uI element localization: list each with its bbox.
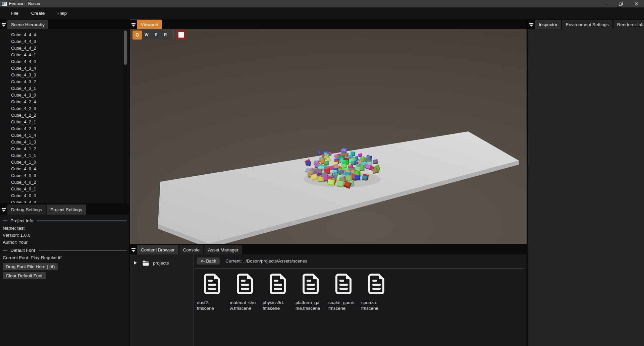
tab-viewport[interactable]: Viewport [137, 20, 162, 29]
menu-item-help[interactable]: Help [56, 10, 68, 16]
menu-item-create[interactable]: Create [30, 10, 46, 16]
tab-project-settings[interactable]: Project Settings [47, 205, 86, 215]
default-font-separator: Default Font [3, 246, 127, 254]
title-bar[interactable]: Fermion - Boson [0, 0, 644, 7]
settings-tabbar: Debug SettingsProject Settings [0, 203, 129, 215]
tab-renderer-info[interactable]: Renderer Info [613, 20, 644, 29]
expand-arrow-icon[interactable] [134, 261, 137, 265]
separator-dash [3, 250, 7, 251]
hierarchy-item[interactable]: Cube_4_4_3 [0, 38, 129, 45]
drag-font-button[interactable]: Drag Font File Here (.ttf) [3, 263, 58, 270]
hierarchy-item[interactable]: Cube_4_2_0 [0, 125, 129, 132]
inspector-collapse-button[interactable] [528, 20, 535, 29]
tree-item-projects[interactable]: projects [130, 259, 194, 267]
inspector-tabbar: InspectorEnvironment SettingsRenderer In… [528, 19, 644, 29]
restore-button[interactable] [613, 0, 629, 7]
hierarchy-item[interactable]: Cube_3_4_4 [0, 199, 129, 203]
gizmo-tool-strip: QWER [132, 31, 170, 40]
tab-debug-settings[interactable]: Debug Settings [7, 205, 46, 215]
minimize-button[interactable] [598, 0, 613, 7]
settings-collapse-button[interactable] [0, 205, 7, 215]
hierarchy-item[interactable]: Cube_4_2_2 [0, 112, 129, 119]
hierarchy-scrollbar[interactable] [123, 30, 127, 203]
project-info-title: Project Info [10, 218, 33, 223]
file-text-icon [367, 273, 385, 294]
hierarchy-item[interactable]: Cube_4_2_1 [0, 119, 129, 125]
gizmo-tool-r[interactable]: R [161, 31, 170, 40]
scene-hierarchy-tabbar: Scene Hierarchy [0, 19, 129, 29]
file-item-physics3d-fmscene[interactable]: physics3d.fmscene [263, 273, 292, 311]
hierarchy-item[interactable]: Cube_4_3_1 [0, 85, 129, 92]
hierarchy-item[interactable]: Cube_4_2_4 [0, 99, 129, 105]
clear-font-button[interactable]: Clear Default Font [3, 272, 46, 279]
tab-inspector[interactable]: Inspector [535, 20, 561, 29]
hierarchy-item[interactable]: Cube_4_0_4 [0, 166, 129, 172]
window-title: Fermion - Boson [9, 1, 40, 6]
hierarchy-item[interactable]: Cube_4_4_2 [0, 45, 129, 52]
hierarchy-item[interactable]: Cube_4_0_3 [0, 172, 129, 179]
file-item-material-show-fmscene[interactable]: material_show.fmscene [230, 273, 259, 311]
cube [372, 168, 378, 174]
file-label: material_show.fmscene [230, 300, 259, 311]
panel-splitter-right[interactable] [527, 19, 528, 346]
file-text-icon [203, 273, 221, 294]
play-state-button[interactable] [176, 30, 186, 40]
hierarchy-item[interactable]: Cube_4_1_4 [0, 132, 129, 139]
folder-icon [142, 260, 149, 266]
hierarchy-item[interactable]: Cube_4_3_3 [0, 72, 129, 78]
file-item-platform-game-fmscene[interactable]: platform_game.fmscene [296, 273, 325, 311]
tab-scene-hierarchy[interactable]: Scene Hierarchy [7, 20, 48, 29]
content-divider [195, 268, 524, 269]
application-window: Fermion - Boson FileCreateHelp [0, 0, 644, 346]
hierarchy-item[interactable]: Cube_4_1_0 [0, 159, 129, 166]
content-browser-collapse-button[interactable] [130, 245, 137, 254]
close-button[interactable] [629, 0, 644, 7]
hierarchy-item[interactable]: Cube_4_1_2 [0, 146, 129, 152]
file-item-sponza-fmscene[interactable]: sponza.fmscene [361, 273, 391, 311]
viewport-canvas[interactable]: QWER [130, 29, 527, 244]
hierarchy-item[interactable]: Cube_4_0_2 [0, 179, 129, 186]
panel-splitter-left[interactable] [129, 19, 130, 346]
viewport-tabbar: Viewport [130, 19, 527, 29]
hierarchy-item[interactable]: Cube_4_0_0 [0, 192, 129, 199]
hierarchy-item[interactable]: Cube_4_0_1 [0, 186, 129, 192]
file-text-icon [302, 273, 320, 294]
gizmo-tool-e[interactable]: E [151, 31, 161, 40]
viewport-focus-accent [130, 19, 161, 19]
hierarchy-scrollbar-thumb[interactable] [124, 31, 127, 65]
hierarchy-item[interactable]: Cube_4_3_4 [0, 65, 129, 72]
file-grid: dust2.fmscene material_show.fmscene phys… [197, 273, 394, 311]
gizmo-tool-w[interactable]: W [142, 31, 151, 40]
hierarchy-item[interactable]: Cube_4_1_1 [0, 152, 129, 159]
scene-hierarchy-collapse-button[interactable] [0, 20, 7, 29]
file-label: sponza.fmscene [361, 300, 391, 311]
cube [324, 161, 329, 165]
scene-hierarchy-panel: Scene Hierarchy Cube_4_4_4Cube_4_4_3Cube… [0, 19, 129, 346]
folder-tree: projects [130, 254, 194, 346]
gizmo-tool-q[interactable]: Q [132, 31, 142, 40]
hierarchy-item[interactable]: Cube_4_4_1 [0, 52, 129, 58]
hierarchy-item[interactable]: Cube_4_2_3 [0, 105, 129, 112]
file-item-dust2-fmscene[interactable]: dust2.fmscene [197, 273, 226, 311]
menu-item-file[interactable]: File [10, 10, 20, 16]
viewport-collapse-button[interactable] [130, 20, 137, 29]
tab-content-browser[interactable]: Content Browser [137, 245, 178, 254]
back-button[interactable]: <- Back [197, 257, 220, 265]
tab-console[interactable]: Console [179, 245, 204, 254]
tree-item-label: projects [153, 261, 169, 266]
cube [306, 161, 311, 166]
hierarchy-item[interactable]: Cube_4_1_3 [0, 139, 129, 146]
separator-line [39, 250, 127, 251]
inspector-panel: InspectorEnvironment SettingsRenderer In… [528, 19, 644, 346]
collapse-icon [131, 248, 136, 252]
hierarchy-item[interactable]: Cube_4_4_0 [0, 58, 129, 65]
content-browser-tabbar: Content BrowserConsoleAsset Manager [130, 244, 527, 254]
viewport-panel: Viewport QWER [130, 19, 527, 244]
hierarchy-item[interactable]: Cube_4_3_0 [0, 92, 129, 99]
tab-asset-manager[interactable]: Asset Manager [204, 245, 242, 254]
hierarchy-item[interactable]: Cube_4_3_2 [0, 78, 129, 85]
file-item-snake-game-fmscene[interactable]: snake_game.fmscene [328, 273, 358, 311]
tab-environment-settings[interactable]: Environment Settings [562, 20, 612, 29]
stop-icon [178, 32, 184, 38]
hierarchy-item[interactable]: Cube_4_4_4 [0, 32, 129, 38]
